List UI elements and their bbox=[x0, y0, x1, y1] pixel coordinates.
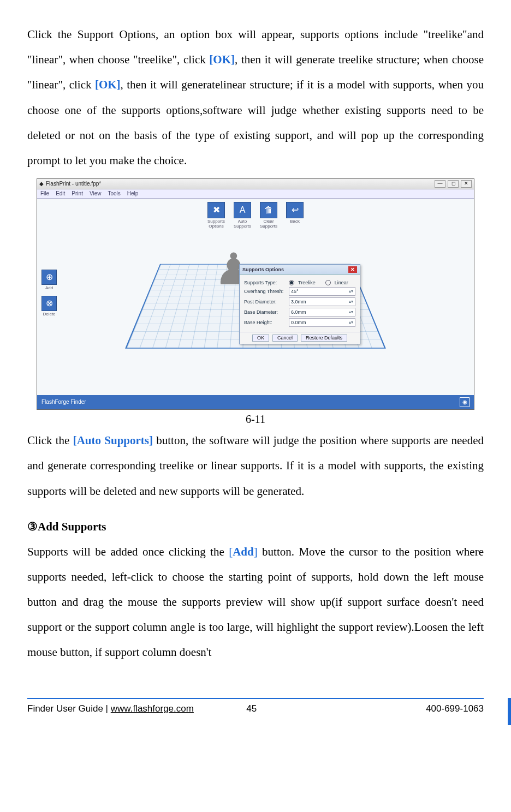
dialog-restore-button[interactable]: Restore Defaults bbox=[301, 335, 347, 342]
radio-treelike-label: Treelike bbox=[298, 280, 316, 285]
text: , then it will generatelinear structure;… bbox=[27, 78, 484, 167]
footer-phone: 400-699-1063 bbox=[426, 703, 484, 714]
dialog-cancel-button[interactable]: Cancel bbox=[272, 335, 298, 342]
viewport-3d[interactable]: ♟ ✖ Supports Options A Auto Supports 🗑 C… bbox=[37, 199, 474, 395]
delete-icon: ⊗ bbox=[41, 296, 57, 311]
figure-caption: 6-11 bbox=[27, 413, 484, 426]
menu-tools[interactable]: Tools bbox=[108, 191, 120, 196]
label: Clear Supports bbox=[257, 219, 280, 229]
paragraph-add-supports: Supports will be added once clicking the… bbox=[27, 539, 484, 665]
delete-support-button[interactable]: ⊗ Delete bbox=[41, 296, 57, 317]
radio-linear-label: Linear bbox=[335, 280, 348, 285]
base-height-label: Base Height: bbox=[244, 320, 287, 325]
dialog-titlebar: Supports Options ✕ bbox=[240, 265, 360, 275]
side-toolbar: ⊕ Add ⊗ Delete bbox=[41, 270, 57, 322]
menu-edit[interactable]: Edit bbox=[56, 191, 65, 196]
label: Add bbox=[41, 286, 57, 290]
back-button[interactable]: ↩ Back bbox=[283, 202, 306, 229]
supports-options-dialog: Supports Options ✕ Supports Type: Treeli… bbox=[239, 264, 360, 344]
label: Supports Options bbox=[205, 219, 228, 229]
post-diameter-label: Post Diameter: bbox=[244, 300, 287, 304]
menu-file[interactable]: File bbox=[40, 191, 49, 196]
footer-left: Finder User Guide | www.flashforge.com bbox=[27, 703, 194, 714]
app-icon: ◆ bbox=[39, 181, 44, 187]
radio-treelike[interactable] bbox=[289, 280, 294, 285]
overhang-label: Overhang Thresh: bbox=[244, 289, 287, 294]
text: Supports will be added once clicking the bbox=[27, 545, 229, 558]
page-number: 45 bbox=[246, 703, 257, 714]
close-button[interactable]: ✕ bbox=[461, 180, 472, 188]
overhang-input[interactable]: 45°▴▾ bbox=[289, 287, 355, 296]
menu-help[interactable]: Help bbox=[127, 191, 139, 196]
paragraph-auto-supports: Click the [Auto Supports] button, the so… bbox=[27, 428, 484, 504]
tools-icon: ✖ bbox=[207, 202, 225, 218]
post-diameter-input[interactable]: 3.0mm▴▾ bbox=[289, 297, 355, 306]
label: Delete bbox=[41, 312, 57, 317]
plus-icon: ⊕ bbox=[41, 270, 57, 285]
supports-type-label: Supports Type: bbox=[244, 280, 287, 285]
window-titlebar: ◆ FlashPrint - untitle.fpp* — ◻ ✕ bbox=[37, 179, 474, 189]
add-support-button[interactable]: ⊕ Add bbox=[41, 270, 57, 290]
maximize-button[interactable]: ◻ bbox=[448, 180, 459, 188]
top-toolbar: ✖ Supports Options A Auto Supports 🗑 Cle… bbox=[205, 202, 306, 229]
dialog-close-button[interactable]: ✕ bbox=[348, 266, 357, 273]
supports-options-button[interactable]: ✖ Supports Options bbox=[205, 202, 228, 229]
minimize-button[interactable]: — bbox=[435, 180, 445, 188]
radio-linear[interactable] bbox=[325, 280, 331, 285]
back-icon: ↩ bbox=[286, 202, 304, 218]
trash-icon: 🗑 bbox=[260, 202, 277, 218]
base-diameter-label: Base Diameter: bbox=[244, 310, 287, 315]
window-title: FlashPrint - untitle.fpp* bbox=[46, 181, 101, 187]
text: button. Move the cursor to the position … bbox=[27, 545, 484, 659]
footer-text: Finder User Guide | bbox=[27, 703, 111, 714]
dialog-ok-button[interactable]: OK bbox=[252, 335, 269, 342]
status-icon[interactable]: ◉ bbox=[460, 397, 470, 407]
auto-supports-button[interactable]: A Auto Supports bbox=[231, 202, 254, 229]
clear-supports-button[interactable]: 🗑 Clear Supports bbox=[257, 202, 280, 229]
ok-link-2: [OK] bbox=[95, 78, 121, 91]
menubar: File Edit Print View Tools Help bbox=[37, 189, 474, 199]
menu-print[interactable]: Print bbox=[72, 191, 83, 196]
heading-add-supports: ③Add Supports bbox=[27, 520, 484, 534]
auto-supports-link: [Auto Supports] bbox=[73, 434, 153, 447]
label: Auto Supports bbox=[231, 219, 254, 229]
paragraph-support-options: Click the Support Options, an option box… bbox=[27, 22, 484, 173]
status-text: FlashForge Finder bbox=[41, 399, 86, 405]
label: Back bbox=[283, 219, 306, 224]
page-footer: Finder User Guide | www.flashforge.com 4… bbox=[27, 698, 484, 714]
base-height-input[interactable]: 0.0mm▴▾ bbox=[289, 318, 355, 327]
auto-icon: A bbox=[234, 202, 251, 218]
text-bracket: ] bbox=[254, 545, 258, 558]
ok-link-1: [OK] bbox=[209, 53, 235, 66]
base-diameter-input[interactable]: 6.0mm▴▾ bbox=[289, 308, 355, 317]
menu-view[interactable]: View bbox=[90, 191, 102, 196]
footer-accent-bar bbox=[508, 698, 511, 725]
add-link-text: Add bbox=[233, 545, 254, 558]
dialog-title: Supports Options bbox=[242, 267, 284, 272]
app-screenshot: ◆ FlashPrint - untitle.fpp* — ◻ ✕ File E… bbox=[37, 178, 474, 410]
footer-link[interactable]: www.flashforge.com bbox=[111, 703, 194, 714]
text: Click the bbox=[27, 434, 73, 447]
status-bar: FlashForge Finder ◉ bbox=[37, 395, 474, 409]
